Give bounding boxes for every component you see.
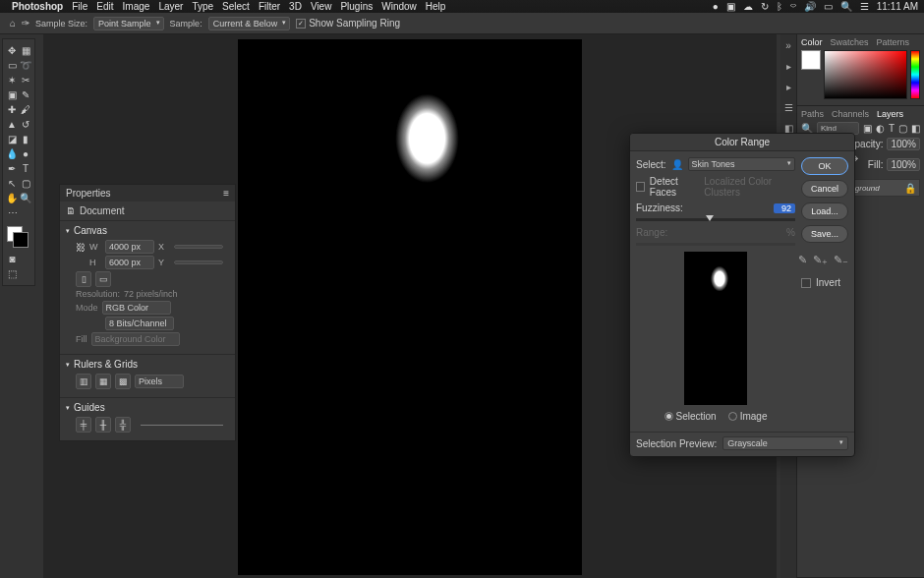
fuzziness-input[interactable]: 92 [774, 203, 795, 213]
show-sampling-ring-checkbox[interactable]: Show Sampling Ring [296, 18, 400, 29]
tab-paths[interactable]: Paths [801, 109, 824, 119]
filter-type-icon[interactable]: T [889, 123, 895, 134]
lock-icon[interactable]: 🔒 [904, 183, 916, 194]
eyedropper-add-icon[interactable]: ✎₊ [813, 254, 828, 266]
wifi-icon[interactable]: ⌔ [790, 1, 796, 12]
save-button[interactable]: Save... [801, 225, 848, 243]
dodge-tool[interactable]: ● [19, 146, 32, 161]
quick-select-tool[interactable]: ✶ [5, 73, 19, 87]
guide-icon[interactable]: ╬ [115, 417, 131, 433]
menu-image[interactable]: Image [123, 1, 150, 12]
hand-tool[interactable]: ✋ [5, 191, 19, 205]
path-select-tool[interactable]: ↖ [5, 176, 19, 191]
color-swatch[interactable] [5, 226, 30, 248]
tab-channels[interactable]: Channels [832, 109, 869, 119]
eyedropper-icon[interactable]: ✎ [798, 254, 807, 266]
lasso-tool[interactable]: ➰ [19, 58, 32, 73]
hue-slider[interactable] [910, 50, 920, 99]
mac-menubar[interactable]: Photoshop File Edit Image Layer Type Sel… [0, 0, 924, 13]
gradient-tool[interactable]: ▮ [19, 132, 32, 146]
detect-faces-checkbox[interactable] [636, 182, 645, 192]
mode-dropdown[interactable]: RGB Color [102, 301, 171, 315]
screenmode-tool[interactable]: ⬚ [5, 266, 20, 281]
menu-type[interactable]: Type [192, 1, 213, 12]
search-icon[interactable]: 🔍 [840, 1, 852, 12]
background-color[interactable] [13, 232, 29, 248]
volume-icon[interactable]: 🔊 [804, 1, 816, 12]
clock[interactable]: 11:11 AM [877, 1, 918, 12]
document-canvas[interactable] [238, 39, 582, 575]
eyedropper-tool[interactable]: ✎ [19, 87, 32, 102]
ruler-icon[interactable]: ▥ [76, 374, 91, 389]
artboard-tool[interactable]: ▦ [19, 43, 32, 58]
orient-portrait-icon[interactable]: ▯ [76, 271, 91, 287]
tab-layers[interactable]: Layers [877, 109, 903, 119]
home-icon[interactable]: ⌂ [10, 18, 16, 29]
grid2-icon[interactable]: ▩ [115, 374, 131, 389]
panel-icon[interactable]: ▸ [786, 82, 791, 92]
guide-icon[interactable]: ╫ [95, 417, 111, 433]
filter-adjust-icon[interactable]: ◐ [876, 123, 885, 134]
guide-icon[interactable]: ╪ [76, 417, 91, 433]
menu-edit[interactable]: Edit [96, 1, 113, 12]
move-tool[interactable]: ✥ [5, 43, 19, 58]
menu-file[interactable]: File [72, 1, 87, 12]
battery-icon[interactable]: ▭ [824, 1, 833, 12]
rulers-section-title[interactable]: Rulers & Grids [66, 359, 229, 370]
brush-tool[interactable]: 🖌 [19, 102, 32, 117]
clone-tool[interactable]: ▲ [5, 117, 19, 132]
collapse-icon[interactable]: » [785, 40, 791, 51]
zoom-tool[interactable]: 🔍 [19, 191, 32, 205]
pen-tool[interactable]: ✒ [5, 161, 19, 176]
preview-dropdown[interactable]: Grayscale [722, 436, 848, 450]
frame-tool[interactable]: ▣ [5, 87, 19, 102]
cancel-button[interactable]: Cancel [801, 180, 848, 198]
unit-dropdown[interactable]: Pixels [135, 375, 184, 388]
shape-tool[interactable]: ▢ [19, 176, 32, 191]
filter-smart-icon[interactable]: ◧ [911, 123, 920, 134]
history-brush-tool[interactable]: ↺ [19, 117, 32, 132]
image-radio[interactable]: Image [728, 411, 768, 422]
marquee-tool[interactable]: ▭ [5, 58, 19, 73]
eyedropper-sub-icon[interactable]: ✎₋ [834, 254, 848, 266]
blur-tool[interactable]: 💧 [5, 146, 19, 161]
ok-button[interactable]: OK [801, 157, 848, 175]
width-input[interactable]: 4000 px [105, 240, 154, 254]
sync-icon[interactable]: ↻ [761, 1, 769, 12]
menu-plugins[interactable]: Plugins [340, 1, 373, 12]
select-dropdown[interactable]: Skin Tones [688, 157, 795, 171]
depth-dropdown[interactable]: 8 Bits/Channel [105, 317, 174, 330]
control-center-icon[interactable]: ☰ [860, 1, 869, 12]
fill-dropdown[interactable]: Background Color [91, 332, 180, 346]
dialog-title[interactable]: Color Range [630, 134, 854, 151]
sample-dropdown[interactable]: Current & Below [208, 17, 291, 30]
menu-view[interactable]: View [311, 1, 332, 12]
y-input[interactable] [174, 260, 223, 264]
x-input[interactable] [174, 245, 223, 249]
cloud-icon[interactable]: ☁ [743, 1, 753, 12]
guides-section-title[interactable]: Guides [66, 402, 229, 413]
menu-filter[interactable]: Filter [259, 1, 280, 12]
eraser-tool[interactable]: ◪ [5, 132, 19, 146]
opacity-input[interactable]: 100% [887, 138, 920, 150]
panel-icon[interactable]: ☰ [784, 102, 793, 113]
height-input[interactable]: 6000 px [105, 256, 154, 269]
color-field[interactable] [824, 50, 907, 99]
sample-size-dropdown[interactable]: Point Sample [93, 17, 164, 30]
fuzziness-slider[interactable] [636, 218, 795, 221]
link-icon[interactable]: ⛓ [76, 242, 86, 253]
status-icon[interactable]: ▣ [726, 1, 735, 12]
menu-3d[interactable]: 3D [289, 1, 302, 12]
grid-icon[interactable]: ▦ [95, 374, 111, 389]
tab-color[interactable]: Color [801, 37, 823, 47]
panel-icon[interactable]: ▸ [786, 61, 791, 72]
load-button[interactable]: Load... [801, 202, 848, 220]
canvas-section-title[interactable]: Canvas [66, 225, 229, 236]
type-tool[interactable]: T [19, 161, 32, 176]
menu-help[interactable]: Help [426, 1, 446, 12]
selection-preview[interactable] [684, 252, 747, 405]
fill-input[interactable]: 100% [887, 158, 920, 171]
filter-shape-icon[interactable]: ▢ [898, 123, 907, 134]
tab-swatches[interactable]: Swatches [831, 37, 869, 47]
healing-tool[interactable]: ✚ [5, 102, 19, 117]
